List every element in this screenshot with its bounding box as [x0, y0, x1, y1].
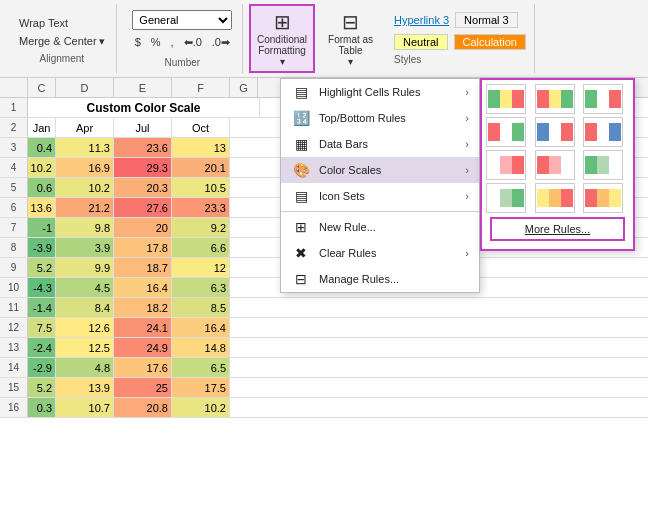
color-scale-blue-white-red[interactable]: [535, 117, 575, 147]
grid-cell[interactable]: 0.3: [28, 398, 56, 417]
grid-cell[interactable]: 10.2: [172, 398, 230, 417]
grid-cell[interactable]: 12.5: [56, 338, 114, 357]
grid-cell[interactable]: 21.2: [56, 198, 114, 217]
grid-cell[interactable]: 8.5: [172, 298, 230, 317]
grid-cell[interactable]: -2.9: [28, 358, 56, 377]
grid-cell[interactable]: 16.9: [56, 158, 114, 177]
grid-cell[interactable]: 17.6: [114, 358, 172, 377]
grid-cell[interactable]: 12: [172, 258, 230, 277]
grid-cell[interactable]: 13.6: [28, 198, 56, 217]
grid-cell[interactable]: 25: [114, 378, 172, 397]
menu-item-managerules[interactable]: ⊟ Manage Rules...: [281, 266, 479, 292]
grid-cell[interactable]: 17.8: [114, 238, 172, 257]
grid-cell[interactable]: 23.3: [172, 198, 230, 217]
grid-cell[interactable]: 14.8: [172, 338, 230, 357]
color-scale-green-white-red[interactable]: [583, 84, 623, 114]
grid-cell[interactable]: 5.2: [28, 258, 56, 277]
grid-cell[interactable]: 13: [172, 138, 230, 157]
grid-cell[interactable]: 16.4: [172, 318, 230, 337]
menu-item-newrule[interactable]: ⊞ New Rule...: [281, 214, 479, 240]
title-cell[interactable]: Custom Color Scale: [28, 98, 260, 117]
color-scale-red-white-blue[interactable]: [583, 117, 623, 147]
grid-cell[interactable]: 18.2: [114, 298, 172, 317]
percent-button[interactable]: %: [147, 34, 165, 50]
grid-cell[interactable]: 9.9: [56, 258, 114, 277]
header-jul[interactable]: Jul: [114, 118, 172, 137]
grid-cell[interactable]: -1: [28, 218, 56, 237]
color-scale-red-yellow-green[interactable]: [535, 84, 575, 114]
col-header-c[interactable]: C: [28, 78, 56, 97]
color-scale-yellow-red[interactable]: [535, 183, 575, 213]
grid-cell[interactable]: 24.1: [114, 318, 172, 337]
color-scale-green-white[interactable]: [583, 150, 623, 180]
grid-cell[interactable]: -4.3: [28, 278, 56, 297]
grid-cell[interactable]: -1.4: [28, 298, 56, 317]
grid-cell[interactable]: 0.6: [28, 178, 56, 197]
grid-cell[interactable]: 18.7: [114, 258, 172, 277]
grid-cell[interactable]: 20.8: [114, 398, 172, 417]
grid-cell[interactable]: 16.4: [114, 278, 172, 297]
grid-cell[interactable]: 6.6: [172, 238, 230, 257]
grid-cell[interactable]: 7.5: [28, 318, 56, 337]
menu-item-highlight-cells[interactable]: ▤ Highlight Cells Rules ›: [281, 79, 479, 105]
grid-cell[interactable]: 20: [114, 218, 172, 237]
format-as-table-button[interactable]: ⊟ Format as Table ▾: [321, 5, 380, 72]
calculation-button[interactable]: Calculation: [454, 34, 526, 50]
comma-button[interactable]: ,: [167, 34, 178, 50]
grid-cell[interactable]: 12.6: [56, 318, 114, 337]
header-jan[interactable]: Jan: [28, 118, 56, 137]
conditional-formatting-button[interactable]: ⊞ Conditional Formatting ▾: [249, 4, 315, 73]
menu-item-colorscales[interactable]: 🎨 Color Scales ›: [281, 157, 479, 183]
grid-cell[interactable]: 10.2: [28, 158, 56, 177]
grid-cell[interactable]: 10.7: [56, 398, 114, 417]
decrease-decimal-button[interactable]: ⬅.0: [180, 34, 206, 51]
normal3-button[interactable]: Normal 3: [455, 12, 518, 28]
header-oct[interactable]: Oct: [172, 118, 230, 137]
grid-cell[interactable]: 17.5: [172, 378, 230, 397]
grid-cell[interactable]: 13.9: [56, 378, 114, 397]
grid-cell[interactable]: 20.3: [114, 178, 172, 197]
menu-item-topbottom[interactable]: 🔢 Top/Bottom Rules ›: [281, 105, 479, 131]
grid-cell[interactable]: -3.9: [28, 238, 56, 257]
grid-cell[interactable]: 4.8: [56, 358, 114, 377]
color-scale-green-yellow-red[interactable]: [486, 84, 526, 114]
grid-cell[interactable]: 8.4: [56, 298, 114, 317]
col-header-d[interactable]: D: [56, 78, 114, 97]
grid-cell[interactable]: 9.8: [56, 218, 114, 237]
neutral-button[interactable]: Neutral: [394, 34, 447, 50]
grid-cell[interactable]: 6.3: [172, 278, 230, 297]
menu-item-clearrules[interactable]: ✖ Clear Rules ›: [281, 240, 479, 266]
grid-cell[interactable]: 23.6: [114, 138, 172, 157]
grid-cell[interactable]: 27.6: [114, 198, 172, 217]
color-scale-red-white[interactable]: [535, 150, 575, 180]
grid-cell[interactable]: 5.2: [28, 378, 56, 397]
grid-cell[interactable]: 3.9: [56, 238, 114, 257]
grid-cell[interactable]: -2.4: [28, 338, 56, 357]
col-header-g[interactable]: G: [230, 78, 258, 97]
merge-center-button[interactable]: Merge & Center ▾: [14, 32, 110, 51]
more-rules-button[interactable]: More Rules...: [490, 217, 625, 241]
grid-cell[interactable]: 20.1: [172, 158, 230, 177]
number-format-select[interactable]: General: [132, 10, 232, 30]
menu-item-databars[interactable]: ▦ Data Bars ›: [281, 131, 479, 157]
grid-cell[interactable]: 24.9: [114, 338, 172, 357]
color-scale-white-green[interactable]: [486, 183, 526, 213]
grid-cell[interactable]: 6.5: [172, 358, 230, 377]
color-scale-white-red[interactable]: [486, 150, 526, 180]
grid-cell[interactable]: 0.4: [28, 138, 56, 157]
col-header-f[interactable]: F: [172, 78, 230, 97]
col-header-e[interactable]: E: [114, 78, 172, 97]
hyperlink3-button[interactable]: Hyperlink 3: [394, 14, 449, 26]
menu-item-iconsets[interactable]: ▤ Icon Sets ›: [281, 183, 479, 209]
color-scale-red-yellow[interactable]: [583, 183, 623, 213]
color-scale-red-white-green[interactable]: [486, 117, 526, 147]
grid-cell[interactable]: 10.2: [56, 178, 114, 197]
grid-cell[interactable]: 9.2: [172, 218, 230, 237]
grid-cell[interactable]: 10.5: [172, 178, 230, 197]
header-apr[interactable]: Apr: [56, 118, 114, 137]
dollar-button[interactable]: $: [131, 34, 145, 50]
grid-cell[interactable]: 29.3: [114, 158, 172, 177]
increase-decimal-button[interactable]: .0➡: [208, 34, 234, 51]
wrap-text-button[interactable]: Wrap Text: [14, 14, 110, 32]
grid-cell[interactable]: 4.5: [56, 278, 114, 297]
